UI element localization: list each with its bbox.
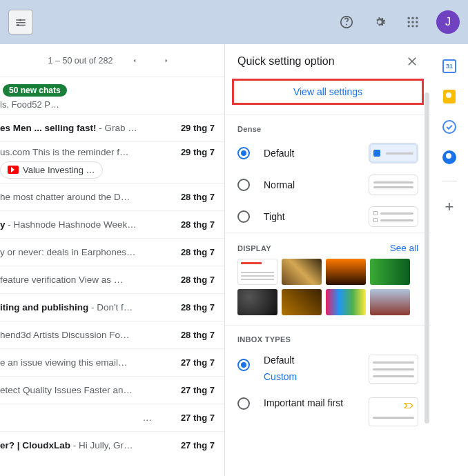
- theme-option[interactable]: [282, 259, 322, 285]
- top-bar: J: [0, 0, 468, 44]
- contacts-app-icon[interactable]: [442, 150, 456, 164]
- mail-pagination-bar: 1 – 50 out of 282: [0, 44, 224, 77]
- svg-point-5: [416, 17, 418, 19]
- radio-checked-icon: [237, 147, 250, 159]
- tune-button[interactable]: [8, 10, 33, 34]
- density-option-tight[interactable]: Tight: [225, 201, 431, 232]
- mail-row[interactable]: feature verification View as …28 thg 7: [0, 266, 224, 293]
- quick-settings-panel: Quick setting option View all settings D…: [224, 44, 431, 476]
- density-option-normal[interactable]: Normal: [225, 169, 431, 201]
- mail-row[interactable]: y or never: deals in Earphones…28 thg 7: [0, 238, 224, 266]
- theme-option[interactable]: [326, 289, 366, 315]
- theme-option[interactable]: [326, 259, 366, 285]
- mail-row[interactable]: es Men ... selling fast! - Grab … 29 thg…: [0, 114, 224, 141]
- scrollbar[interactable]: [425, 92, 429, 424]
- chevron-left-icon: [131, 57, 138, 64]
- mail-row[interactable]: he most chatter around the D…28 thg 7: [0, 183, 224, 210]
- theme-option[interactable]: [370, 259, 410, 285]
- inbox-preview: [369, 355, 418, 384]
- mail-row[interactable]: etect Quality Issues Faster an…27 thg 7: [0, 376, 224, 404]
- view-all-settings-link[interactable]: View all settings: [293, 86, 362, 97]
- theme-option[interactable]: [282, 289, 322, 315]
- gear-icon: [372, 14, 387, 30]
- tune-icon: [14, 16, 27, 28]
- attachment-chip[interactable]: Value Investing …: [0, 161, 103, 179]
- svg-point-3: [408, 17, 410, 19]
- right-sidebar: +: [431, 44, 468, 476]
- add-addon-button[interactable]: +: [445, 198, 454, 216]
- inbox-preview: [369, 397, 418, 426]
- avatar[interactable]: J: [436, 10, 460, 34]
- density-preview: [369, 206, 418, 227]
- calendar-app-icon[interactable]: [442, 59, 456, 73]
- theme-option[interactable]: [370, 289, 410, 315]
- help-icon: [339, 14, 354, 30]
- radio-icon: [237, 210, 250, 223]
- tasks-app-icon[interactable]: [442, 120, 456, 134]
- mail-row[interactable]: hend3d Artists Discussion Fo…28 thg 7: [0, 321, 224, 348]
- prev-page-button[interactable]: [125, 51, 144, 70]
- radio-checked-icon: [237, 359, 250, 371]
- mail-first-row[interactable]: 50 new chats ls, Food52 P…: [0, 77, 224, 114]
- new-chats-badge: 50 new chats: [3, 84, 67, 97]
- svg-point-0: [19, 19, 21, 21]
- radio-icon: [237, 397, 250, 410]
- pagination-text: 1 – 50 out of 282: [48, 56, 113, 66]
- mail-row[interactable]: y - Hashnode Hashnode Week…28 thg 7: [0, 210, 224, 238]
- mail-row[interactable]: e an issue viewing this email…27 thg 7: [0, 348, 224, 376]
- panel-title: Quick setting option: [237, 55, 335, 68]
- view-all-settings-highlight: View all settings: [232, 79, 424, 105]
- theme-option[interactable]: [237, 259, 277, 285]
- mail-list: 1 – 50 out of 282 50 new chats ls, Food5…: [0, 44, 224, 476]
- custom-link[interactable]: Custom: [264, 371, 355, 382]
- important-icon: [404, 402, 413, 409]
- inbox-types-label: INBOX TYPES: [225, 326, 431, 348]
- inbox-type-important[interactable]: Important mail first: [225, 390, 431, 433]
- svg-point-8: [416, 21, 418, 23]
- svg-point-7: [411, 21, 413, 23]
- inbox-type-default[interactable]: Default Custom: [225, 348, 431, 390]
- theme-option[interactable]: [237, 289, 277, 315]
- settings-button[interactable]: [366, 8, 393, 36]
- radio-icon: [237, 179, 250, 191]
- display-section-label: DISPLAY: [237, 244, 271, 252]
- close-button[interactable]: [406, 55, 418, 68]
- theme-grid: [225, 259, 431, 325]
- density-option-default[interactable]: Default: [225, 137, 431, 169]
- apps-button[interactable]: [399, 8, 427, 36]
- next-page-button[interactable]: [157, 51, 176, 70]
- youtube-icon: [8, 166, 19, 174]
- mail-row[interactable]: er? | CloudxLab - Hi Jully, Gr…27 thg 7: [0, 431, 224, 459]
- keep-app-icon[interactable]: [443, 90, 456, 103]
- svg-point-10: [411, 25, 413, 27]
- chevron-right-icon: [163, 57, 170, 64]
- mail-row[interactable]: …27 thg 7: [0, 404, 224, 431]
- mail-first-sub: ls, Food52 P…: [0, 99, 217, 110]
- sidebar-divider: [442, 181, 457, 181]
- mail-row[interactable]: us.com This is the reminder f… 29 thg 7 …: [0, 141, 224, 183]
- mail-row[interactable]: iting and publishing - Don't f…28 thg 7: [0, 293, 224, 321]
- density-preview: [369, 175, 418, 195]
- see-all-themes-link[interactable]: See all: [390, 243, 418, 253]
- density-preview: [369, 143, 418, 163]
- close-icon: [406, 55, 418, 68]
- svg-point-4: [411, 17, 413, 19]
- svg-point-1: [17, 24, 19, 26]
- svg-point-9: [408, 25, 410, 27]
- density-section-label: Dense: [225, 115, 431, 137]
- help-button[interactable]: [333, 8, 360, 36]
- apps-icon: [406, 15, 420, 29]
- svg-point-11: [416, 25, 418, 27]
- svg-point-6: [408, 21, 410, 23]
